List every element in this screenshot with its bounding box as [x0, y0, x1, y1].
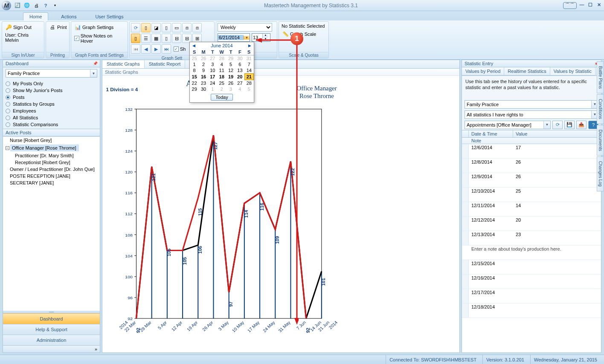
tree-item-office[interactable]: −Office Manager [Rose Throme] — [3, 144, 100, 152]
ribbon-tab-actions[interactable]: Actions — [55, 13, 82, 20]
table-row[interactable]: 12/13/201423 — [462, 231, 601, 246]
cal-day[interactable]: 18 — [217, 74, 226, 80]
table-row[interactable]: 12/15/2014 — [462, 260, 601, 274]
cal-day[interactable]: 27 — [208, 55, 217, 62]
ribbon-tab-home[interactable]: Home — [23, 12, 48, 20]
period-col-button[interactable]: ▯ — [131, 34, 140, 43]
cal-day[interactable]: 9 — [199, 67, 208, 74]
nav-prev-button[interactable]: ◀ — [141, 44, 151, 54]
cal-day[interactable]: 29 — [190, 86, 199, 92]
practice-input[interactable] — [6, 69, 90, 77]
practice-combo[interactable]: ▼ — [6, 69, 97, 78]
spin-up-icon[interactable]: ▲ — [263, 34, 268, 38]
nav-expander[interactable]: » — [3, 345, 100, 352]
tree-item-secretary[interactable]: SECRETARY [JANE] — [3, 179, 100, 186]
cal-next-button[interactable]: ▶ — [248, 43, 251, 48]
tab-values-by-period[interactable]: Values by Period — [462, 67, 504, 75]
export-button[interactable]: 📤 — [576, 121, 587, 129]
tab-realtime[interactable]: Realtime Statistics — [504, 67, 550, 75]
cal-day[interactable]: 31 — [244, 55, 253, 62]
periods-input[interactable] — [252, 35, 262, 40]
cal-day[interactable]: 10 — [208, 67, 217, 74]
qat-globe-icon[interactable]: 🌐 — [23, 2, 31, 9]
cal-day[interactable]: 26 — [199, 55, 208, 62]
nav-admin[interactable]: Administration — [3, 335, 100, 345]
cal-day[interactable]: 8 — [190, 67, 199, 74]
qat-refresh-icon[interactable]: 🔄 — [14, 2, 21, 9]
cal-day[interactable]: 4 — [235, 86, 244, 92]
graph-settings-button[interactable]: 📊Graph Settings — [73, 23, 115, 32]
cal-day[interactable]: 13 — [235, 67, 244, 74]
cal-day[interactable]: 26 — [226, 80, 235, 87]
table-row[interactable]: 12/12/201420 — [462, 217, 601, 231]
tree-item-receptionist[interactable]: Receptionist [Robert Grey] — [3, 159, 100, 166]
cal-day[interactable]: 17 — [208, 74, 217, 80]
layout6-button[interactable]: ⧈ — [192, 23, 202, 32]
chevron-down-icon[interactable]: ▼ — [90, 69, 97, 77]
nav-help[interactable]: Help & Support — [3, 324, 100, 335]
cal-day[interactable]: 7 — [244, 61, 253, 67]
edge-tab-battle-plans[interactable]: Battle Plans — [597, 61, 604, 93]
layout4-button[interactable]: ▭ — [172, 23, 181, 32]
chevron-down-icon[interactable]: ▼ — [543, 121, 550, 129]
table-row[interactable]: 12/6/201417 — [462, 144, 601, 159]
tree-item-practitioner[interactable]: Practitioner [Dr. Mary Smith] — [3, 152, 100, 159]
cal-day[interactable]: 2 — [199, 61, 208, 67]
cal-day[interactable]: 3 — [208, 61, 217, 67]
tab-stat-graphs[interactable]: Statistic Graphs — [102, 60, 145, 68]
date-picker[interactable]: ▼ — [218, 33, 250, 42]
cal-day[interactable]: 1 — [208, 86, 217, 92]
entry-practice-combo[interactable]: ▼ — [465, 100, 598, 109]
cal-day[interactable]: 6 — [235, 61, 244, 67]
tree-item-poste[interactable]: POSTE RECEPTION [JANE] — [3, 173, 100, 179]
frequency-select[interactable]: Weekly — [218, 23, 272, 32]
cal-day[interactable]: 22 — [190, 80, 199, 87]
cal-day[interactable]: 5 — [226, 61, 235, 67]
period-top-button[interactable]: ⊟ — [172, 34, 181, 43]
table-row[interactable]: 12/9/201426 — [462, 173, 601, 188]
period-split-button[interactable]: ▯ — [162, 34, 171, 43]
cal-day[interactable]: 25 — [217, 80, 226, 87]
refresh-button[interactable]: ⟳ — [552, 121, 563, 129]
edge-tab-conditions[interactable]: Conditions — [597, 94, 604, 124]
layout3-button[interactable]: ▯ — [162, 23, 171, 32]
radio-statistic-comparisons[interactable]: Statistic Comparisons — [6, 121, 97, 128]
cal-day[interactable]: 16 — [199, 74, 208, 80]
minimize-button[interactable]: — — [578, 2, 585, 9]
nav-last-button[interactable]: ⏭ — [162, 44, 171, 54]
periods-spinner[interactable]: ▲▼ — [252, 33, 270, 42]
radio-my-posts-only[interactable]: My Posts Only — [6, 80, 97, 87]
show-notes-checkbox[interactable]: ✓Show Notes on Hover — [73, 32, 126, 44]
nav-first-button[interactable]: ⏮ — [131, 44, 140, 54]
table-row[interactable]: 12/18/2014 — [462, 303, 601, 318]
period-rows-button[interactable]: ☰ — [141, 34, 151, 43]
today-button[interactable]: Today — [211, 94, 232, 101]
col-note-header[interactable]: Note — [462, 138, 601, 144]
radio-employees[interactable]: Employees — [6, 107, 97, 114]
cal-day[interactable]: 29 — [226, 55, 235, 62]
cal-day[interactable]: 2 — [217, 86, 226, 92]
radio-show-my-junior-s-posts[interactable]: Show My Junior's Posts — [6, 87, 97, 94]
cal-day[interactable]: 12 — [226, 67, 235, 74]
sign-out-button[interactable]: 🔑Sign Out — [3, 23, 33, 32]
tab-values-by-statistic[interactable]: Values by Statistic — [550, 67, 595, 75]
tree-item-owner[interactable]: Owner / Lead Practitioner [Dr. John Que] — [3, 166, 100, 173]
tree-item-nurse[interactable]: Nurse [Robert Grey] — [3, 137, 100, 144]
cal-day[interactable]: 21 — [244, 74, 253, 80]
nav-next-button[interactable]: ▶ — [151, 44, 161, 54]
pin-icon[interactable]: 📌 — [93, 61, 97, 66]
table-row[interactable]: 12/16/2014 — [462, 274, 601, 289]
refresh-graph-button[interactable]: ⟳ — [131, 23, 140, 32]
cal-day[interactable]: 30 — [235, 55, 244, 62]
radio-posts[interactable]: Posts — [6, 94, 97, 101]
cal-day[interactable]: 25 — [190, 55, 199, 62]
layout2-button[interactable]: ◪ — [151, 23, 161, 32]
col-date-header[interactable]: Date & Time — [469, 130, 513, 137]
edge-tab-documents[interactable]: Documents — [597, 125, 604, 156]
cal-day[interactable]: 15 — [190, 74, 199, 80]
table-row[interactable]: 12/11/201414 — [462, 202, 601, 217]
cal-day[interactable]: 5 — [244, 86, 253, 92]
date-input[interactable] — [218, 35, 244, 40]
nav-dashboard[interactable]: Dashboard — [3, 313, 100, 324]
close-button[interactable]: ✕ — [595, 2, 602, 9]
